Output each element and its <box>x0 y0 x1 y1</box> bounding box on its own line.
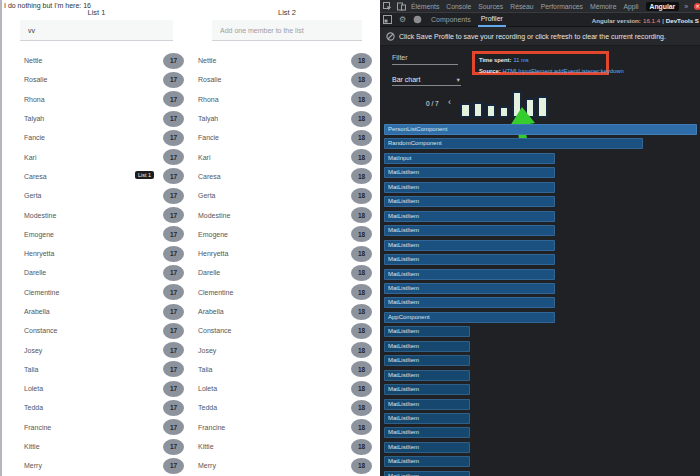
list-item[interactable]: Arabella18 <box>194 302 374 321</box>
flame-bar[interactable]: MatListItem <box>384 326 470 337</box>
list-item[interactable]: Kari17 <box>20 147 186 166</box>
list-item[interactable]: Talia18 <box>194 360 374 379</box>
frame-bar[interactable] <box>486 104 497 118</box>
list-item[interactable]: Rosalie18 <box>194 70 374 89</box>
list-item[interactable]: Josey17 <box>20 340 186 359</box>
list-item[interactable]: Tedda18 <box>194 398 374 417</box>
flame-bar[interactable]: MatListItem <box>384 225 555 236</box>
tab-console[interactable]: Console <box>446 3 471 10</box>
member-name: Josey <box>24 347 42 354</box>
list-item[interactable]: Merry17 <box>20 456 186 475</box>
list-item[interactable]: Talia17 <box>20 360 186 379</box>
console-status-badges[interactable]: ✕ 9 ▲ 1 <box>694 3 700 10</box>
flame-bar[interactable]: MatListItem <box>384 471 470 476</box>
flame-bar[interactable]: MatListItem <box>384 370 470 381</box>
list-item[interactable]: Fancie17 <box>20 128 186 147</box>
tab-mmoire[interactable]: Mémoire <box>590 3 616 10</box>
flame-bar[interactable]: MatListItem <box>384 196 555 207</box>
list-item[interactable]: Josey18 <box>194 340 374 359</box>
list-item[interactable]: Clementine17 <box>20 283 186 302</box>
list-item[interactable]: Nettle17 <box>20 51 186 70</box>
list-item[interactable]: Talyah17 <box>20 109 186 128</box>
list-item[interactable]: Emogene17 <box>20 225 186 244</box>
list-item[interactable]: Emogene18 <box>194 225 374 244</box>
list-item[interactable]: Clementine18 <box>194 283 374 302</box>
chart-type-select[interactable]: Bar chart ▼ <box>392 76 461 86</box>
tab-components[interactable]: Components <box>428 13 474 27</box>
member-count-badge: 17 <box>163 130 184 146</box>
list-item[interactable]: Modestine18 <box>194 205 374 224</box>
flame-bar[interactable]: MatListItem <box>384 269 555 280</box>
list-item[interactable]: Constance18 <box>194 321 374 340</box>
more-tabs-icon[interactable]: » <box>684 3 688 10</box>
flame-bar[interactable]: MatListItem <box>384 384 470 395</box>
list2-add-member-input[interactable] <box>212 20 362 41</box>
version-value[interactable]: 16.1.4 <box>643 17 660 24</box>
filter-input[interactable]: Filter <box>392 54 458 65</box>
flame-bar[interactable]: AppComponent <box>384 312 555 323</box>
flame-bar[interactable]: MatListItem <box>384 442 470 453</box>
member-count-badge: 17 <box>163 53 184 69</box>
list-item[interactable]: Francine17 <box>20 418 186 437</box>
list-item[interactable]: Caresa18 <box>194 167 374 186</box>
flame-bar[interactable]: MatListItem <box>384 297 555 308</box>
list-item[interactable]: Gerta18 <box>194 186 374 205</box>
list-item[interactable]: Darelle17 <box>20 263 186 282</box>
list-item[interactable]: Henryetta17 <box>20 244 186 263</box>
tab-lments[interactable]: Éléments <box>411 3 439 10</box>
tab-profiler[interactable]: Profiler <box>478 13 506 27</box>
list-item[interactable]: Constance17 <box>20 321 186 340</box>
source-link[interactable]: HTMLInputElement.addEventListener:keydow… <box>503 68 624 74</box>
list-item[interactable]: Fancie18 <box>194 128 374 147</box>
list-item[interactable]: Rhona17 <box>20 90 186 109</box>
tab-appli[interactable]: Appli <box>623 3 638 10</box>
flame-bar[interactable]: MatListItem <box>384 167 555 178</box>
list-item[interactable]: Modestine17 <box>20 205 186 224</box>
device-toolbar-icon[interactable] <box>397 2 406 11</box>
list-item[interactable]: Francine18 <box>194 418 374 437</box>
frame-bar[interactable] <box>460 103 471 118</box>
list-item[interactable]: Loleta18 <box>194 379 374 398</box>
flame-bar[interactable]: PersonListComponent <box>384 124 697 135</box>
list1-add-member-input[interactable] <box>20 20 173 41</box>
flame-bar[interactable]: MatListItem <box>384 182 555 193</box>
flame-bar[interactable]: MatListItem <box>384 456 470 467</box>
chevron-left-icon[interactable]: ‹ <box>448 98 451 107</box>
inspect-element-icon[interactable] <box>383 2 392 11</box>
flame-bar[interactable]: MatListItem <box>384 254 555 265</box>
frame-bar[interactable] <box>473 102 484 118</box>
record-circle-icon[interactable] <box>413 15 422 24</box>
list-item[interactable]: Arabella17 <box>20 302 186 321</box>
panel-layout-icon[interactable] <box>383 15 392 24</box>
list-item[interactable]: Rosalie17 <box>20 70 186 89</box>
flame-bar[interactable]: RandomComponent <box>384 138 643 149</box>
list-item[interactable]: Nettle18 <box>194 51 374 70</box>
frame-bar[interactable] <box>537 96 548 118</box>
list-item[interactable]: Tedda17 <box>20 398 186 417</box>
tab-sources[interactable]: Sources <box>478 3 503 10</box>
flame-bar[interactable]: MatListItem <box>384 413 470 424</box>
flame-bar[interactable]: MatListItem <box>384 211 555 222</box>
gear-icon[interactable]: ⚙ <box>398 15 407 24</box>
flame-bar[interactable]: MatListItem <box>384 355 470 366</box>
tab-performances[interactable]: Performances <box>541 3 583 10</box>
list-item[interactable]: Rhona18 <box>194 90 374 109</box>
tab-rseau[interactable]: Réseau <box>510 3 533 10</box>
list-item[interactable]: Kittie18 <box>194 437 374 456</box>
list-item[interactable]: Kittie17 <box>20 437 186 456</box>
list-item[interactable]: Darelle18 <box>194 263 374 282</box>
list-item[interactable]: Caresa17 <box>20 167 186 186</box>
flame-bar[interactable]: MatListItem <box>384 427 470 438</box>
flame-bar[interactable]: MatListItem <box>384 399 470 410</box>
list-item[interactable]: Kari18 <box>194 147 374 166</box>
tab-angular[interactable]: Angular <box>646 2 680 11</box>
flame-bar[interactable]: MatListItem <box>384 341 470 352</box>
flame-bar[interactable]: MatInput <box>384 153 555 164</box>
list-item[interactable]: Merry18 <box>194 456 374 475</box>
flame-bar[interactable]: MatListItem <box>384 283 555 294</box>
list-item[interactable]: Loleta17 <box>20 379 186 398</box>
list-item[interactable]: Henryetta18 <box>194 244 374 263</box>
list-item[interactable]: Talyah18 <box>194 109 374 128</box>
flame-bar[interactable]: MatListItem <box>384 240 555 251</box>
list-item[interactable]: Gerta17 <box>20 186 186 205</box>
